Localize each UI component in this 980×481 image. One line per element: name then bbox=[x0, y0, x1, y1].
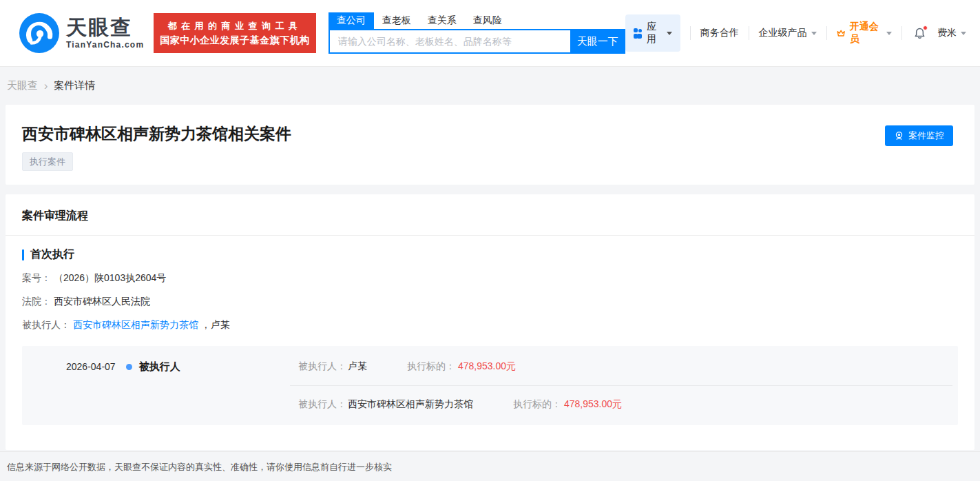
field-case-number: 案号： （2026）陕0103执2604号 bbox=[22, 270, 958, 285]
breadcrumb: 天眼查 › 案件详情 bbox=[0, 67, 980, 105]
case-monitor-button[interactable]: 案件监控 bbox=[885, 125, 953, 146]
search-input[interactable] bbox=[329, 29, 570, 54]
search-button[interactable]: 天眼一下 bbox=[570, 29, 625, 54]
monitor-camera-icon bbox=[894, 130, 904, 141]
case-header-card: 西安市碑林区相声新势力茶馆相关案件 执行案件 案件监控 bbox=[6, 105, 974, 185]
execution-amount: 478,953.00元 bbox=[458, 360, 516, 373]
page-title: 西安市碑林区相声新势力茶馆相关案件 bbox=[22, 123, 958, 144]
top-header: 天眼查 TianYanCha.com 都在用的商业查询工具 国家中小企业发展子基… bbox=[0, 0, 980, 67]
timeline-dot-icon bbox=[126, 364, 132, 370]
case-flow-card: 案件审理流程 首次执行 案号： （2026）陕0103执2604号 法院： 西安… bbox=[6, 194, 974, 450]
case-fields: 案号： （2026）陕0103执2604号 法院： 西安市碑林区人民法院 被执行… bbox=[22, 270, 958, 332]
case-type-tag: 执行案件 bbox=[22, 152, 73, 171]
nav-business-coop[interactable]: 商务合作 bbox=[700, 27, 739, 39]
search-area: 查公司 查老板 查关系 查风险 天眼一下 bbox=[329, 12, 625, 54]
nav-divider bbox=[749, 26, 749, 40]
user-name: 费米 bbox=[937, 27, 957, 39]
executee-person: ，卢某 bbox=[201, 319, 230, 330]
notification-dot bbox=[923, 25, 928, 30]
search-tab-company[interactable]: 查公司 bbox=[329, 12, 374, 29]
stage-title: 首次执行 bbox=[30, 247, 74, 262]
field-label: 法院： bbox=[22, 296, 51, 307]
timeline-details: 被执行人： 卢某 执行标的： 478,953.00元 被执行人： 西安市碑林区相… bbox=[298, 357, 958, 414]
flow-card-header: 案件审理流程 bbox=[6, 194, 974, 236]
search-tabs: 查公司 查老板 查关系 查风险 bbox=[329, 12, 625, 29]
breadcrumb-separator-icon: › bbox=[44, 80, 48, 92]
amount-label: 执行标的： bbox=[513, 398, 561, 411]
user-menu[interactable]: 费米 bbox=[937, 27, 966, 39]
stage-accent-bar bbox=[22, 249, 24, 260]
logo-domain: TianYanCha.com bbox=[66, 40, 144, 50]
execution-amount: 478,953.00元 bbox=[564, 398, 622, 411]
field-value: 西安市碑林区人民法院 bbox=[54, 296, 150, 307]
promo-banner: 都在用的商业查询工具 国家中小企业发展子基金旗下机构 bbox=[154, 13, 316, 53]
detail-label: 被执行人： bbox=[298, 398, 346, 411]
detail-company-link[interactable]: 西安市碑林区相声新势力茶馆 bbox=[348, 398, 473, 411]
search-tab-risk[interactable]: 查风险 bbox=[465, 12, 510, 29]
chevron-down-icon bbox=[667, 32, 672, 35]
header-nav: 应用 商务合作 企业级产品 开通会员 费米 bbox=[625, 14, 966, 52]
promo-banner-line2: 国家中小企业发展子基金旗下机构 bbox=[160, 33, 310, 48]
nav-divider bbox=[826, 26, 827, 40]
field-value: （2026）陕0103执2604号 bbox=[54, 272, 166, 283]
logo-text: 天眼查 TianYanCha.com bbox=[66, 17, 144, 50]
executee-company-link[interactable]: 西安市碑林区相声新势力茶馆 bbox=[73, 319, 198, 330]
timeline-entry: 2026-04-07 被执行人 被执行人： 卢某 执行标的： 478,953.0… bbox=[22, 346, 958, 425]
section-title: 案件审理流程 bbox=[22, 209, 958, 223]
main-content: 西安市碑林区相声新势力茶馆相关案件 执行案件 案件监控 案件审理流程 首次执行 … bbox=[0, 105, 980, 450]
stage-header: 首次执行 bbox=[22, 247, 958, 262]
nav-divider bbox=[901, 26, 902, 40]
tianyancha-logo-icon bbox=[19, 13, 59, 53]
nav-enterprise-label: 企业级产品 bbox=[759, 27, 807, 39]
logo-title: 天眼查 bbox=[66, 17, 144, 39]
chevron-down-icon bbox=[811, 32, 817, 35]
breadcrumb-home[interactable]: 天眼查 bbox=[7, 79, 38, 92]
nav-divider bbox=[690, 26, 691, 40]
detail-label: 被执行人： bbox=[298, 360, 346, 373]
search-row: 天眼一下 bbox=[329, 29, 625, 54]
apps-menu-label: 应用 bbox=[647, 21, 663, 45]
apps-menu[interactable]: 应用 bbox=[625, 14, 680, 52]
timeline-detail-row: 被执行人： 西安市碑林区相声新势力茶馆 执行标的： 478,953.00元 bbox=[298, 395, 958, 414]
timeline-event-title: 被执行人 bbox=[139, 360, 180, 373]
timeline-detail-row: 被执行人： 卢某 执行标的： 478,953.00元 bbox=[298, 357, 958, 376]
nav-vip-label: 开通会员 bbox=[850, 21, 882, 45]
nav-enterprise-products[interactable]: 企业级产品 bbox=[759, 27, 817, 39]
field-label: 被执行人： bbox=[22, 319, 70, 330]
breadcrumb-current: 案件详情 bbox=[54, 79, 95, 92]
chevron-down-icon bbox=[961, 32, 966, 35]
disclaimer-text: 信息来源于网络公开数据，天眼查不保证内容的真实性、准确性，请你使用信息前自行进一… bbox=[7, 462, 392, 472]
field-court: 法院： 西安市碑林区人民法院 bbox=[22, 294, 958, 309]
timeline-date: 2026-04-07 bbox=[66, 361, 116, 372]
search-tab-relation[interactable]: 查关系 bbox=[419, 12, 465, 29]
field-executee: 被执行人： 西安市碑林区相声新势力茶馆 ，卢某 bbox=[22, 317, 958, 332]
case-monitor-label: 案件监控 bbox=[908, 130, 944, 142]
row-divider bbox=[290, 385, 952, 386]
logo[interactable]: 天眼查 TianYanCha.com bbox=[19, 13, 144, 53]
crown-icon bbox=[836, 28, 846, 39]
chevron-down-icon bbox=[886, 32, 892, 35]
nav-vip-upgrade[interactable]: 开通会员 bbox=[836, 21, 892, 45]
search-tab-boss[interactable]: 查老板 bbox=[374, 12, 419, 29]
amount-label: 执行标的： bbox=[407, 360, 455, 373]
apps-grid-icon bbox=[634, 28, 642, 39]
promo-banner-line1: 都在用的商业查询工具 bbox=[160, 19, 310, 33]
field-label: 案号： bbox=[22, 272, 51, 283]
notification-bell[interactable] bbox=[913, 27, 926, 40]
footer-disclaimer: 信息来源于网络公开数据，天眼查不保证内容的真实性、准确性，请你使用信息前自行进一… bbox=[0, 451, 980, 481]
detail-person: 卢某 bbox=[348, 360, 367, 373]
timeline-node: 2026-04-07 被执行人 bbox=[22, 357, 298, 376]
